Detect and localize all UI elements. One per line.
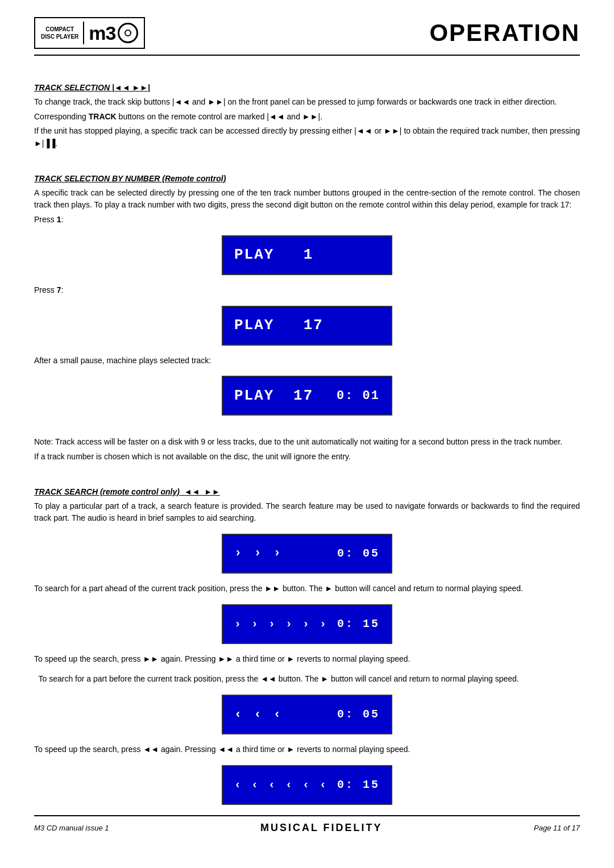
brand-logo: COMPACT DISC PLAYER m3 (34, 17, 145, 49)
logo-divider (83, 22, 84, 44)
track-search-title: TRACK SEARCH (remote control only) ◄◄ ►► (34, 486, 580, 498)
track-selection-para3: If the unit has stopped playing, a speci… (34, 125, 580, 149)
search-symbol-5: › › › › › › (234, 616, 328, 633)
page-header: COMPACT DISC PLAYER m3 OPERATION (34, 17, 580, 56)
track-num-3: 17 (283, 385, 313, 407)
search-symbol-4: › › › (234, 544, 283, 563)
time-display-5: 0: 15 (337, 616, 380, 633)
display-wrapper-7: ‹ ‹ ‹ ‹ ‹ ‹ 0: 15 (34, 765, 580, 805)
display-screen-5: › › › › › › 0: 15 (222, 604, 392, 644)
display-wrapper-2: PLAY 17 (34, 306, 580, 346)
press7-para: Press 7: (34, 284, 580, 297)
track-search-para3: To speed up the search, press ►► again. … (34, 653, 580, 666)
m3-text: m3 (89, 22, 115, 44)
track-num-2: 17 (283, 314, 323, 337)
note2: If a track number is chosen which is not… (34, 451, 580, 463)
track-by-number-para1: A specific track can be selected directl… (34, 187, 580, 211)
footer-left: M3 CD manual issue 1 (34, 824, 109, 832)
footer-center: MUSICAL FIDELITY (260, 822, 383, 834)
track-selection-section: TRACK SELECTION |◄◄ ►►| To change track,… (34, 82, 580, 150)
time-display-3: 0: 01 (320, 387, 380, 405)
time-display-4: 0: 05 (337, 545, 380, 562)
track-search-para4: To search for a part before the current … (34, 673, 580, 686)
time-display-6: 0: 05 (337, 706, 380, 723)
track-num-1: 1 (283, 244, 313, 266)
track-search-para5: To speed up the search, press ◄◄ again. … (34, 744, 580, 756)
note1: Note: Track access will be faster on a d… (34, 436, 580, 448)
display-wrapper-6: ‹ ‹ ‹ 0: 05 (34, 695, 580, 734)
track-selection-by-number-section: TRACK SELECTION BY NUMBER (Remote contro… (34, 173, 580, 463)
display-wrapper-3: PLAY 17 0: 01 (34, 376, 580, 416)
after-pause-para: After a small pause, machine plays selec… (34, 355, 580, 367)
display-screen-7: ‹ ‹ ‹ ‹ ‹ ‹ 0: 15 (222, 765, 392, 805)
footer-right: Page 11 of 17 (534, 824, 580, 832)
track-search-para2: To search for a part ahead of the curren… (34, 583, 580, 595)
play-label-3: PLAY (234, 385, 274, 407)
logo-text-compact: COMPACT DISC PLAYER (41, 26, 78, 40)
track-selection-para1: To change track, the track skip buttons … (34, 96, 580, 109)
cd-disc-icon (118, 23, 138, 43)
track-search-para1: To play a particular part of a track, a … (34, 500, 580, 525)
display-screen-4: › › › 0: 05 (222, 534, 392, 574)
press1-para: Press 1: (34, 214, 580, 226)
track-search-section: TRACK SEARCH (remote control only) ◄◄ ►►… (34, 486, 580, 805)
display-screen-2: PLAY 17 (222, 306, 392, 346)
play-label-2: PLAY (234, 314, 274, 337)
time-display-7: 0: 15 (337, 776, 380, 794)
page-footer: M3 CD manual issue 1 MUSICAL FIDELITY Pa… (34, 815, 580, 834)
search-symbol-6: ‹ ‹ ‹ (234, 705, 283, 724)
search-symbol-7: ‹ ‹ ‹ ‹ ‹ ‹ (234, 776, 328, 794)
display-screen-1: PLAY 1 (222, 235, 392, 275)
display-wrapper-1: PLAY 1 (34, 235, 580, 275)
display-wrapper-5: › › › › › › 0: 15 (34, 604, 580, 644)
display-wrapper-4: › › › 0: 05 (34, 534, 580, 574)
track-selection-para2: Corresponding TRACK buttons on the remot… (34, 111, 580, 123)
track-selection-title: TRACK SELECTION |◄◄ ►►| (34, 82, 580, 94)
display-screen-6: ‹ ‹ ‹ 0: 05 (222, 695, 392, 734)
m3cd-logo: m3 (89, 22, 138, 44)
track-selection-by-number-title: TRACK SELECTION BY NUMBER (Remote contro… (34, 173, 580, 185)
operation-title: OPERATION (429, 19, 580, 47)
play-label-1: PLAY (234, 244, 274, 266)
page-content: TRACK SELECTION |◄◄ ►►| To change track,… (34, 73, 580, 815)
display-screen-3: PLAY 17 0: 01 (222, 376, 392, 416)
